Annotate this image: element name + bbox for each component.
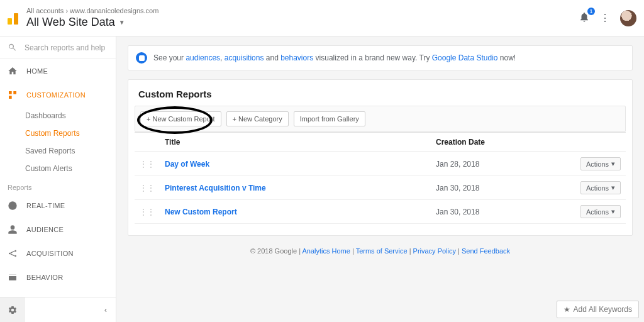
more-menu-icon[interactable]: ⋮: [600, 12, 610, 24]
nav-behavior[interactable]: BEHAVIOR: [0, 265, 116, 289]
collapse-sidebar-button[interactable]: ‹: [25, 297, 116, 322]
import-gallery-button[interactable]: Import from Gallery: [294, 111, 365, 126]
nav-custom-reports[interactable]: Custom Reports: [0, 125, 116, 142]
top-bar: All accounts › www.dananicoledesigns.com…: [0, 0, 644, 36]
page-title: Custom Reports: [128, 80, 632, 106]
chevron-down-icon: ▾: [611, 160, 615, 168]
reports-section-label: Reports: [0, 177, 116, 194]
admin-gear-icon[interactable]: [0, 297, 25, 322]
new-category-button[interactable]: + New Category: [226, 111, 289, 126]
drag-handle-icon[interactable]: ⋮⋮: [135, 200, 160, 224]
breadcrumb-site: www.dananicoledesigns.com: [70, 7, 158, 14]
custom-reports-card: Custom Reports + New Custom Report + New…: [128, 79, 633, 236]
nav-saved-reports[interactable]: Saved Reports: [0, 142, 116, 160]
svg-rect-7: [9, 274, 16, 276]
nav-acquisition[interactable]: ACQUISITION: [0, 242, 116, 265]
search-input[interactable]: Search reports and help: [0, 36, 116, 59]
notification-badge: 1: [587, 8, 595, 15]
content-area: See your audiences, acquisitions and beh…: [116, 36, 644, 322]
nav-realtime[interactable]: REAL-TIME: [0, 194, 116, 218]
toolbar: + New Custom Report + New Category Impor…: [135, 106, 626, 132]
chevron-down-icon: ▾: [611, 184, 615, 192]
breadcrumb-accounts: All accounts: [26, 7, 64, 14]
col-date: Creation Date: [431, 133, 569, 152]
link-audiences[interactable]: audiences: [186, 53, 220, 62]
actions-dropdown[interactable]: Actions ▾: [580, 157, 621, 170]
footer-analytics-home[interactable]: Analytics Home: [302, 247, 350, 255]
report-date: Jan 30, 2018: [431, 176, 569, 200]
svg-rect-0: [9, 91, 12, 94]
view-title: All Web Site Data: [26, 16, 115, 29]
footer-privacy[interactable]: Privacy Policy: [413, 247, 456, 255]
notifications-button[interactable]: 1: [579, 11, 590, 25]
nav-audience[interactable]: AUDIENCE: [0, 218, 116, 242]
analytics-logo-icon: [8, 12, 20, 25]
link-acquisitions[interactable]: acquisitions: [225, 53, 264, 62]
actions-dropdown[interactable]: Actions ▾: [580, 205, 621, 218]
search-placeholder: Search reports and help: [25, 43, 105, 52]
svg-point-4: [14, 250, 16, 252]
data-studio-icon: [136, 52, 147, 64]
nav-home[interactable]: HOME: [0, 59, 116, 83]
link-data-studio[interactable]: Google Data Studio: [432, 53, 498, 62]
report-date: Jan 28, 2018: [431, 152, 569, 176]
report-link[interactable]: New Custom Report: [160, 200, 431, 224]
new-custom-report-button[interactable]: + New Custom Report: [140, 111, 221, 126]
table-row: ⋮⋮ Pinterest Acquisition v Time Jan 30, …: [135, 176, 626, 200]
nav-dashboards[interactable]: Dashboards: [0, 107, 116, 125]
table-row: ⋮⋮ New Custom Report Jan 30, 2018 Action…: [135, 200, 626, 224]
report-link[interactable]: Pinterest Acquisition v Time: [160, 176, 431, 200]
actions-dropdown[interactable]: Actions ▾: [580, 181, 621, 194]
reports-table: Title Creation Date ⋮⋮ Day of Week Jan 2…: [135, 132, 626, 224]
sidebar: Search reports and help HOME CUSTOMIZATI…: [0, 36, 116, 322]
svg-rect-2: [9, 96, 12, 99]
nav-customization[interactable]: CUSTOMIZATION: [0, 83, 116, 107]
avatar[interactable]: [620, 10, 636, 26]
nav-custom-alerts[interactable]: Custom Alerts: [0, 160, 116, 177]
footer-feedback[interactable]: Send Feedback: [462, 247, 510, 255]
chevron-down-icon: ▾: [611, 208, 615, 216]
report-date: Jan 30, 2018: [431, 200, 569, 224]
table-row: ⋮⋮ Day of Week Jan 28, 2018 Actions ▾: [135, 152, 626, 176]
drag-handle-icon[interactable]: ⋮⋮: [135, 152, 160, 176]
breadcrumb: All accounts › www.dananicoledesigns.com: [26, 7, 158, 14]
star-icon: ★: [564, 305, 570, 314]
col-title: Title: [160, 133, 431, 152]
drag-handle-icon[interactable]: ⋮⋮: [135, 176, 160, 200]
svg-point-5: [14, 255, 16, 257]
footer-tos[interactable]: Terms of Service: [356, 247, 408, 255]
svg-rect-1: [13, 91, 16, 94]
chevron-down-icon: ▼: [119, 19, 125, 26]
account-selector[interactable]: All accounts › www.dananicoledesigns.com…: [26, 7, 158, 29]
add-all-keywords-button[interactable]: ★ Add All Keywords: [557, 301, 639, 318]
footer: © 2018 Google | Analytics Home | Terms o…: [128, 247, 633, 255]
svg-point-3: [9, 253, 11, 255]
report-link[interactable]: Day of Week: [160, 152, 431, 176]
promo-banner: See your audiences, acquisitions and beh…: [128, 45, 633, 70]
link-behaviors[interactable]: behaviors: [280, 53, 313, 62]
